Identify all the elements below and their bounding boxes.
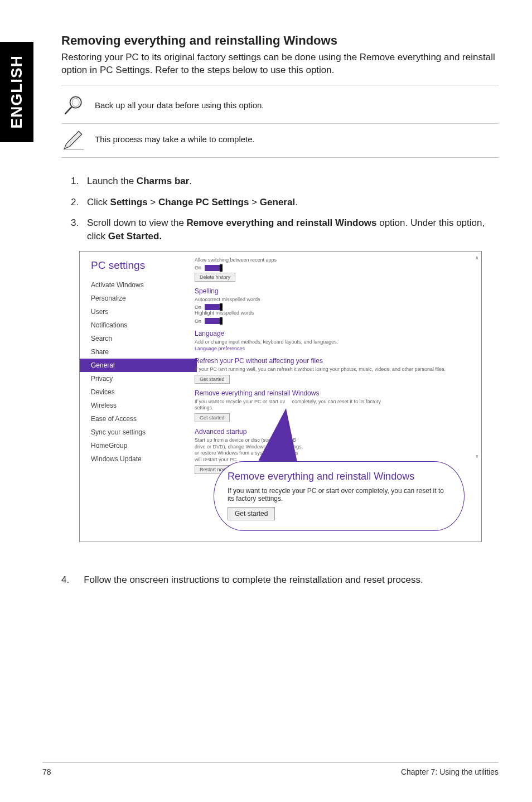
sidebar-item-homegroup[interactable]: HomeGroup bbox=[91, 439, 191, 452]
language-heading: Language bbox=[195, 330, 473, 337]
page-footer: 78 Chapter 7: Using the utilities bbox=[42, 762, 499, 776]
callout-get-started-button[interactable]: Get started bbox=[228, 507, 275, 520]
step-text: . bbox=[295, 197, 298, 207]
step-text: Launch the bbox=[87, 176, 137, 186]
notes-block: Back up all your data before using this … bbox=[61, 85, 499, 162]
sidebar-item-activate-windows[interactable]: Activate Windows bbox=[91, 278, 191, 292]
sidebar-item-privacy[interactable]: Privacy bbox=[91, 372, 191, 385]
sidebar-item-search[interactable]: Search bbox=[91, 332, 191, 345]
step-4: 4. Follow the onscreen instructions to c… bbox=[61, 574, 499, 586]
step-text: Follow the onscreen instructions to comp… bbox=[84, 574, 423, 586]
pc-settings-title: PC settings bbox=[91, 259, 191, 272]
sidebar-item-notifications[interactable]: Notifications bbox=[91, 318, 191, 332]
toggle-state: On bbox=[195, 305, 201, 310]
language-side-tab: ENGLISH bbox=[0, 42, 33, 142]
section-intro: Restoring your PC to its original factor… bbox=[61, 51, 499, 77]
callout-desc: If you want to recycle your PC or start … bbox=[228, 487, 451, 503]
step-text: Click bbox=[87, 197, 110, 207]
scroll-up-icon[interactable]: ∧ bbox=[475, 255, 479, 260]
page-content: Removing everything and reinstalling Win… bbox=[61, 33, 499, 542]
sidebar-item-share[interactable]: Share bbox=[91, 345, 191, 359]
sidebar-item-general[interactable]: General bbox=[80, 359, 197, 372]
sidebar-item-ease-of-access[interactable]: Ease of Access bbox=[91, 412, 191, 426]
refresh-desc: If your PC isn't running well, you can r… bbox=[195, 366, 473, 373]
scroll-down-icon[interactable]: ∨ bbox=[475, 453, 479, 459]
remove-heading: Remove everything and reinstall Windows bbox=[195, 389, 473, 397]
switch-apps-label: Allow switching between recent apps bbox=[195, 257, 473, 264]
remove-desc: If you want to recycle your PC or start … bbox=[195, 399, 473, 412]
callout-title: Remove everything and reinstall Windows bbox=[228, 471, 451, 482]
autocorrect-label: Autocorrect misspelled words bbox=[195, 297, 473, 303]
step-number: 4. bbox=[61, 574, 69, 586]
sidebar-item-devices[interactable]: Devices bbox=[91, 385, 191, 399]
remove-desc-part: If you want to recycle your PC or start … bbox=[195, 399, 285, 404]
sidebar-item-windows-update[interactable]: Windows Update bbox=[91, 452, 191, 466]
step-bold: Remove everything and reinstall Windows bbox=[187, 218, 377, 228]
remove-desc-part: settings. bbox=[195, 405, 214, 410]
step-text: Scroll down to view the bbox=[87, 218, 187, 228]
remove-desc-part: completely, you can reset it to its fact… bbox=[292, 399, 381, 404]
toggle-state: On bbox=[195, 265, 201, 270]
svg-line-2 bbox=[65, 107, 71, 114]
language-preferences-link[interactable]: Language preferences bbox=[195, 346, 473, 351]
language-desc: Add or change input methods, keyboard la… bbox=[195, 339, 473, 346]
note-row: Back up all your data before using this … bbox=[61, 90, 499, 124]
step-bold: Change PC Settings bbox=[158, 197, 249, 207]
step-bold: General bbox=[260, 197, 295, 207]
step-text: > bbox=[249, 197, 259, 207]
delete-history-button[interactable]: Delete history bbox=[195, 273, 235, 282]
toggle-state: On bbox=[195, 318, 201, 324]
advanced-heading: Advanced startup bbox=[195, 428, 473, 436]
section-title: Removing everything and reinstalling Win… bbox=[61, 33, 499, 48]
sidebar-item-users[interactable]: Users bbox=[91, 305, 191, 318]
pc-settings-sidebar: PC settings Activate Windows Personalize… bbox=[80, 252, 197, 542]
language-label: ENGLISH bbox=[8, 55, 26, 128]
step-2: Click Settings > Change PC Settings > Ge… bbox=[81, 196, 499, 209]
magnifier-icon bbox=[61, 93, 86, 118]
step-bold: Settings bbox=[110, 197, 148, 207]
callout-arrow-icon bbox=[258, 405, 306, 466]
step-bold: Get Started. bbox=[108, 231, 162, 241]
note-text: Back up all your data before using this … bbox=[95, 100, 264, 110]
step-3: Scroll down to view the Remove everythin… bbox=[81, 216, 499, 243]
refresh-get-started-button[interactable]: Get started bbox=[195, 375, 230, 384]
chapter-label: Chapter 7: Using the utilities bbox=[401, 767, 499, 776]
step-1: Launch the Charms bar. bbox=[81, 175, 499, 188]
step-text: . bbox=[189, 176, 192, 186]
autocorrect-toggle[interactable]: On bbox=[195, 304, 223, 310]
callout-bubble: Remove everything and reinstall Windows … bbox=[214, 461, 465, 531]
pc-settings-screenshot: PC settings Activate Windows Personalize… bbox=[79, 251, 482, 542]
highlight-toggle[interactable]: On bbox=[195, 318, 223, 324]
step-bold: Charms bar bbox=[137, 176, 189, 186]
sidebar-item-sync-settings[interactable]: Sync your settings bbox=[91, 426, 191, 439]
note-row: This process may take a while to complet… bbox=[61, 124, 499, 158]
spelling-heading: Spelling bbox=[195, 287, 473, 295]
page-number: 78 bbox=[42, 767, 51, 776]
sidebar-item-personalize[interactable]: Personalize bbox=[91, 292, 191, 305]
steps-list: Launch the Charms bar. Click Settings > … bbox=[61, 175, 499, 243]
pen-icon bbox=[61, 127, 86, 152]
step-text: > bbox=[148, 197, 158, 207]
sidebar-item-wireless[interactable]: Wireless bbox=[91, 399, 191, 412]
refresh-heading: Refresh your PC without affecting your f… bbox=[195, 357, 473, 365]
svg-point-1 bbox=[72, 98, 79, 107]
note-text: This process may take a while to complet… bbox=[95, 134, 255, 144]
remove-get-started-button[interactable]: Get started bbox=[195, 413, 230, 422]
switch-apps-toggle[interactable]: On bbox=[195, 265, 223, 271]
highlight-label: Highlight misspelled words bbox=[195, 310, 473, 317]
